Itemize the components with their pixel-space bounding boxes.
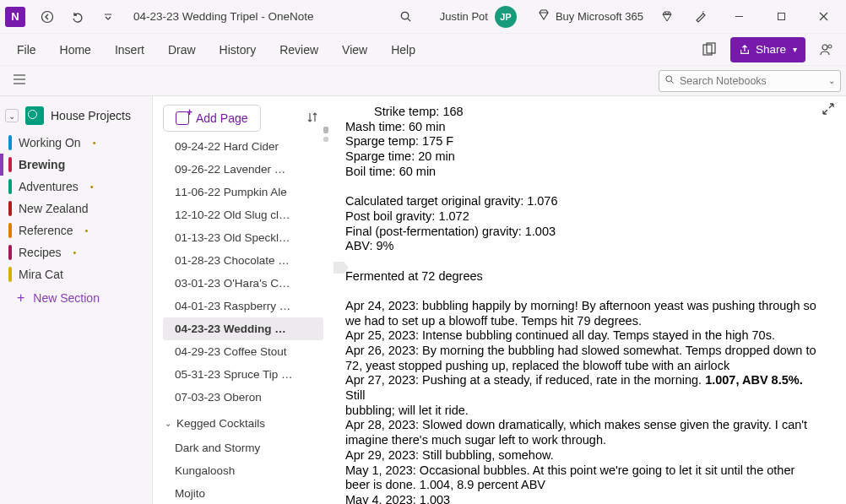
svg-point-2 <box>402 12 409 19</box>
menu-draw[interactable]: Draw <box>156 38 208 62</box>
search-notebooks[interactable]: ⌄ <box>659 70 841 92</box>
add-page-button[interactable]: Add Page <box>163 105 261 132</box>
menu-help[interactable]: Help <box>379 38 427 62</box>
section-label: Adventures <box>19 180 79 193</box>
titlebar-right <box>653 3 841 30</box>
sidebar-section-new-zealand[interactable]: New Zealand <box>0 198 152 219</box>
page-item[interactable]: Kungaloosh <box>163 459 323 482</box>
section-color-tab <box>8 223 12 238</box>
page-item[interactable]: 04-29-23 Coffee Stout <box>163 340 323 363</box>
page-item[interactable]: Dark and Stormy <box>163 436 323 459</box>
draw-eraser-icon[interactable] <box>687 3 714 30</box>
svg-line-16 <box>671 81 674 84</box>
search-top-icon[interactable] <box>393 3 420 30</box>
page-item[interactable]: 09-24-22 Hard Cider <box>163 135 323 158</box>
new-section-button[interactable]: + New Section <box>0 285 152 311</box>
buy-microsoft-365[interactable]: Buy Microsoft 365 <box>537 8 643 24</box>
note-line: Apr 29, 2023: Still bubbling, somehow. <box>345 448 824 463</box>
hamburger-icon[interactable] <box>5 69 34 92</box>
menu-home[interactable]: Home <box>48 38 103 62</box>
menubar: FileHomeInsertDrawHistoryReviewViewHelp … <box>0 34 846 66</box>
notebook-icon <box>25 106 44 125</box>
notebook-selector[interactable]: ⌄ House Projects <box>0 103 152 132</box>
menu-items: FileHomeInsertDrawHistoryReviewViewHelp <box>5 38 427 62</box>
note-line: ABV: 9% <box>345 239 824 254</box>
titlebar-left: 04-23-23 Wedding Tripel - OneNote <box>5 3 314 30</box>
page-item[interactable]: Mojito <box>163 482 323 504</box>
svg-rect-5 <box>778 14 784 20</box>
search-input[interactable] <box>680 75 823 87</box>
page-item[interactable]: 07-03-23 Oberon <box>163 386 323 409</box>
new-section-label: New Section <box>33 291 100 305</box>
buy-label: Buy Microsoft 365 <box>556 10 643 23</box>
page-item[interactable]: 09-26-22 Lavender … <box>163 158 323 181</box>
note-line: Apr 24, 2023: bubbling happily by mornin… <box>345 299 824 314</box>
menu-insert[interactable]: Insert <box>103 38 156 62</box>
notebook-name: House Projects <box>51 109 131 122</box>
page-item[interactable]: 05-31-23 Spruce Tip … <box>163 363 323 386</box>
section-color-tab <box>8 179 12 194</box>
open-in-desktop-icon[interactable] <box>695 35 724 64</box>
titlebar-center: Justin Pot JP Buy Microsoft 365 <box>314 3 653 30</box>
scrollbar-track <box>323 137 328 142</box>
sort-pages-icon[interactable] <box>301 106 323 131</box>
note-line: beer is done. 1.004, 8.9 percent ABV <box>345 478 824 493</box>
sidebar-section-mira-cat[interactable]: Mira Cat <box>0 263 152 285</box>
close-icon[interactable] <box>805 3 841 30</box>
chevron-down-icon: ▾ <box>793 45 797 54</box>
chevron-down-icon[interactable]: ⌄ <box>828 76 835 85</box>
section-label: Working On <box>19 136 81 149</box>
section-label: New Zealand <box>19 202 89 215</box>
sidebar-section-recipes[interactable]: Recipes• <box>0 241 152 263</box>
note-line: Mash time: 60 min <box>345 120 824 135</box>
sidebar-section-brewing[interactable]: Brewing <box>0 154 152 176</box>
sidebar-section-working-on[interactable]: Working On• <box>0 132 152 154</box>
minimize-icon[interactable] <box>721 3 757 30</box>
undo-icon[interactable] <box>64 3 91 30</box>
note-line: May 1, 2023: Occasional bubbles. At this… <box>345 463 824 479</box>
section-color-tab <box>8 135 12 150</box>
section-label: Recipes <box>19 246 62 259</box>
menu-file[interactable]: File <box>5 38 48 62</box>
share-button[interactable]: Share ▾ <box>730 37 805 62</box>
page-group-kegged[interactable]: ⌄ Kegged Cocktails <box>163 412 323 435</box>
sidebar-section-adventures[interactable]: Adventures• <box>0 176 152 198</box>
unsaved-dot-icon: • <box>73 247 77 257</box>
document-title: 04-23-23 Wedding Tripel - OneNote <box>133 10 314 23</box>
add-page-icon <box>176 111 189 125</box>
premium-diamond-icon[interactable] <box>653 3 681 30</box>
note-content[interactable]: Strike temp: 168 Mash time: 60 min Sparg… <box>330 96 846 504</box>
page-item[interactable]: 04-01-23 Raspberry … <box>163 295 323 317</box>
back-icon[interactable] <box>34 3 61 30</box>
page-item[interactable]: 04-23-23 Wedding … <box>163 317 323 340</box>
note-line: Apr 25, 2023: Intense bubbling continued… <box>345 328 824 344</box>
note-line: Boil time: 60 min <box>345 165 824 180</box>
section-color-tab <box>8 201 12 216</box>
page-item[interactable]: 01-13-23 Old Speckl… <box>163 226 323 249</box>
expand-icon[interactable] <box>822 103 834 117</box>
menu-view[interactable]: View <box>330 38 379 62</box>
menu-history[interactable]: History <box>208 38 268 62</box>
svg-point-0 <box>42 11 53 22</box>
sidebar-section-reference[interactable]: Reference• <box>0 219 152 241</box>
diamond-icon <box>537 8 550 24</box>
page-item[interactable]: 03-01-23 O'Hara's C… <box>163 272 323 295</box>
note-line: bubbling; will let it ride. <box>345 404 824 419</box>
user-account[interactable]: Justin Pot JP <box>440 6 517 28</box>
page-item[interactable]: 11-06-22 Pumpkin Ale <box>163 181 323 203</box>
page-item[interactable]: 01-28-23 Chocolate … <box>163 249 323 272</box>
chevron-down-icon: ⌄ <box>5 109 19 122</box>
maximize-icon[interactable] <box>763 3 799 30</box>
menu-review[interactable]: Review <box>268 38 330 62</box>
svg-line-3 <box>408 19 410 21</box>
search-icon <box>664 74 675 87</box>
user-name: Justin Pot <box>440 10 488 23</box>
people-icon[interactable] <box>812 35 841 64</box>
page-item[interactable]: 12-10-22 Old Slug cl… <box>163 203 323 226</box>
svg-point-15 <box>666 76 672 82</box>
add-page-label: Add Page <box>196 111 248 125</box>
unsaved-dot-icon: • <box>85 225 89 236</box>
customize-qat-icon[interactable] <box>95 3 122 30</box>
scrollbar-thumb[interactable] <box>323 127 328 133</box>
share-icon <box>739 44 751 56</box>
